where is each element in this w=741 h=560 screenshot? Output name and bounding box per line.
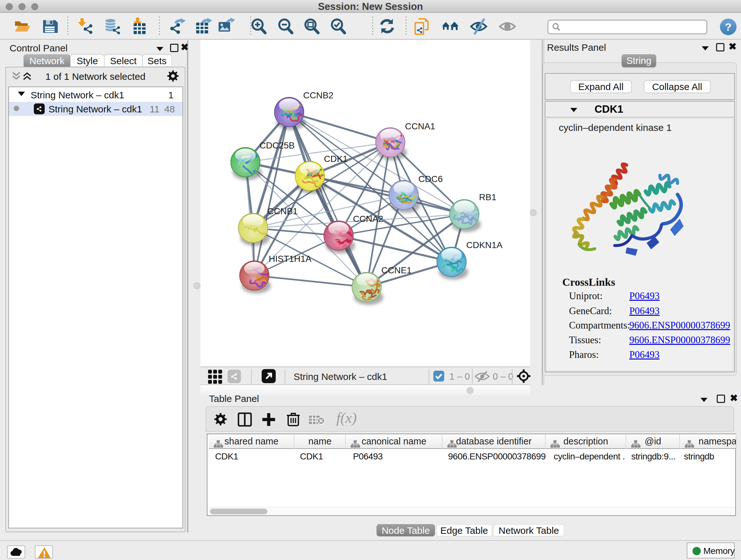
svg-text:RB1: RB1: [479, 192, 496, 202]
svg-text:CCNA1: CCNA1: [405, 121, 435, 131]
svg-text:CCNE1: CCNE1: [381, 265, 412, 275]
svg-text:CDK1: CDK1: [324, 154, 348, 164]
svg-text:CCNB1: CCNB1: [267, 206, 298, 216]
svg-text:CDC25B: CDC25B: [259, 140, 294, 150]
svg-text:CCNB2: CCNB2: [303, 90, 333, 100]
svg-text:CCNA2: CCNA2: [353, 214, 383, 224]
svg-text:CDKN1A: CDKN1A: [466, 240, 502, 250]
svg-text:HIST1H1A: HIST1H1A: [269, 254, 312, 264]
svg-text:CDC6: CDC6: [418, 174, 443, 184]
